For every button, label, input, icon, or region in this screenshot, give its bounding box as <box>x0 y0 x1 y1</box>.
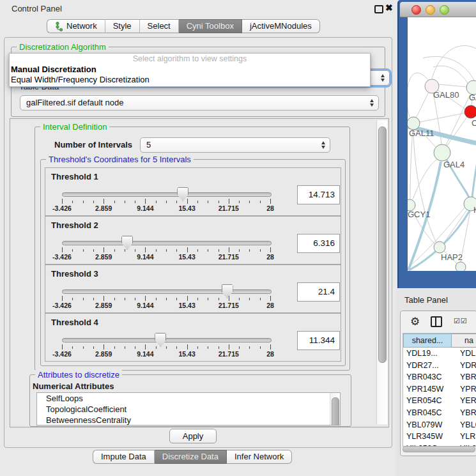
attribute-item-selfloops[interactable]: SelfLoops <box>37 393 340 404</box>
node-label-ga: GA <box>469 93 476 102</box>
close-traffic-light-icon[interactable] <box>411 5 421 15</box>
table-row[interactable]: YBR043CYBR04 <box>403 371 476 383</box>
tick-mark <box>104 296 104 301</box>
table-row[interactable]: YLR345WYLR34 <box>403 431 476 443</box>
network-node-gal4[interactable] <box>434 144 450 161</box>
tick-mark <box>114 201 115 203</box>
discretization-algorithm-title: Discretization Algorithm <box>17 42 109 52</box>
tick-mark <box>270 199 271 204</box>
tick-mark <box>135 201 135 203</box>
cell-name: YBR04 <box>454 371 476 383</box>
threshold-value-box[interactable]: 6.316 <box>297 234 340 253</box>
tick-mark <box>145 296 146 301</box>
close-icon[interactable]: ✖ <box>385 3 393 13</box>
tab-label: jActiveMNodules <box>250 20 312 33</box>
float-window-icon[interactable] <box>374 5 383 13</box>
threshold-row: Threshold 4-3.4262.8599.14415.4321.71528… <box>45 313 341 362</box>
cell-name: YLR34 <box>454 431 476 443</box>
tick-label: 15.43 <box>178 204 195 212</box>
tick-mark <box>260 298 261 300</box>
column-view-icon[interactable] <box>431 316 442 327</box>
number-of-intervals-label: Number of Intervals <box>54 140 132 150</box>
table-data-combobox[interactable]: galFiltered.sif default node <box>20 95 379 111</box>
algorithm-option-equal-width-frequency-discretization[interactable]: Equal Width/Frequency Discretization <box>10 75 370 85</box>
tab-discretize-data[interactable]: Discretize Data <box>155 450 227 464</box>
tab-network[interactable]: Network <box>47 19 105 33</box>
table-row[interactable]: YPR145WYPR14 <box>403 383 476 395</box>
column-header-shared-name[interactable]: shared... <box>403 334 452 348</box>
tick-mark <box>176 298 177 300</box>
tab-cyni-toolbox[interactable]: Cyni Toolbox <box>179 19 242 33</box>
tab-label: Select <box>148 20 171 33</box>
table-row[interactable]: YDL19...YDL19 <box>403 348 476 360</box>
network-node-c[interactable] <box>464 105 476 118</box>
number-of-intervals-combobox[interactable]: 5 <box>140 137 330 153</box>
scrollbar-thumb[interactable] <box>332 397 339 426</box>
slider-ticks <box>62 199 270 204</box>
table-row[interactable]: YBR045CYBR04 <box>403 407 476 419</box>
numerical-attributes-list[interactable]: SelfLoopsTopologicalCoefficientBetweenne… <box>36 392 341 426</box>
minimize-traffic-light-icon[interactable] <box>426 5 435 15</box>
threshold-row: Threshold 2-3.4262.8599.14415.4321.71528… <box>45 216 341 265</box>
threshold-value-box[interactable]: 14.713 <box>297 185 340 204</box>
apply-button[interactable]: Apply <box>169 429 217 443</box>
tab-infer-network[interactable]: Infer Network <box>227 450 292 464</box>
horizontal-scrollbar[interactable] <box>403 446 475 452</box>
interval-definition-title: Interval Definition <box>40 122 109 132</box>
list-scrollbar[interactable] <box>330 393 339 425</box>
network-node-hap2[interactable] <box>434 242 445 253</box>
tick-mark <box>249 298 250 300</box>
slider-ticks <box>62 247 270 253</box>
cell-name: YDR27 <box>454 360 476 372</box>
tab-select[interactable]: Select <box>140 19 179 33</box>
algorithm-option-manual-discretization[interactable]: Manual Discretization <box>10 65 370 75</box>
node-table: shared... na YDL19...YDL19YDR27...YDR27Y… <box>403 333 476 447</box>
tick-mark <box>114 298 115 300</box>
zoom-traffic-light-icon[interactable] <box>440 5 449 15</box>
network-canvas[interactable]: GAL80GACGAL11GAL4GCY1HHAP2 <box>408 17 476 271</box>
attribute-item-topologicalcoefficient[interactable]: TopologicalCoefficient <box>37 404 340 415</box>
gear-icon[interactable]: ⚙ <box>410 315 420 328</box>
tick-mark <box>72 346 73 349</box>
attributes-to-discretize-title: Attributes to discretize <box>35 370 122 380</box>
table-data-value: galFiltered.sif default node <box>20 96 378 109</box>
tick-mark <box>229 296 229 301</box>
checkbox-icons[interactable]: ☑☑ <box>454 317 468 325</box>
tick-mark <box>187 247 188 252</box>
top-tab-strip: NetworkStyleSelectCyni ToolboxjActiveMNo… <box>47 19 320 33</box>
attribute-item-betweennesscentrality[interactable]: BetweennessCentrality <box>37 415 340 426</box>
slider-track[interactable] <box>62 192 272 197</box>
tab-impute-data[interactable]: Impute Data <box>93 450 155 464</box>
vertical-scrollbar[interactable] <box>376 120 387 424</box>
scrollbar-thumb[interactable] <box>378 127 387 363</box>
slider-tick-labels: -3.4262.8599.14415.4321.71528 <box>62 253 270 261</box>
tick-mark <box>104 247 104 252</box>
network-node[interactable] <box>456 262 466 271</box>
tick-mark <box>135 346 135 349</box>
tick-mark <box>270 344 271 349</box>
table-row[interactable]: YER054CYER05 <box>403 395 476 407</box>
tick-label: 9.144 <box>137 350 153 358</box>
table-row[interactable]: YBL079WYBL07 <box>403 419 476 431</box>
tick-mark <box>219 201 219 203</box>
slider-track[interactable] <box>62 338 272 342</box>
tick-mark <box>62 296 63 301</box>
tick-mark <box>208 201 208 203</box>
table-panel: Table Panel ⚙ ☑☑ shared... na YDL19...YD… <box>396 289 476 476</box>
threshold-value-box[interactable]: 21.4 <box>297 282 340 302</box>
tick-label: 15.43 <box>178 302 195 309</box>
node-label-hap2: HAP2 <box>441 252 463 262</box>
tick-label: 2.859 <box>95 204 112 212</box>
tick-mark <box>114 346 115 349</box>
slider-track[interactable] <box>62 289 272 294</box>
tab-style[interactable]: Style <box>105 19 140 33</box>
tick-label: 9.144 <box>137 302 153 309</box>
network-window-titlebar[interactable] <box>400 2 476 17</box>
threshold-value-box[interactable]: 11.344 <box>297 331 340 350</box>
network-node-gal11[interactable] <box>408 117 420 130</box>
table-row[interactable]: YDR27...YDR27 <box>403 360 476 372</box>
column-header-name[interactable]: na <box>452 334 476 348</box>
slider-track[interactable] <box>62 241 272 245</box>
control-panel-window: Control Panel ✖ NetworkStyleSelectCyni T… <box>0 0 396 476</box>
tab-jactivemnodules[interactable]: jActiveMNodules <box>242 19 320 33</box>
